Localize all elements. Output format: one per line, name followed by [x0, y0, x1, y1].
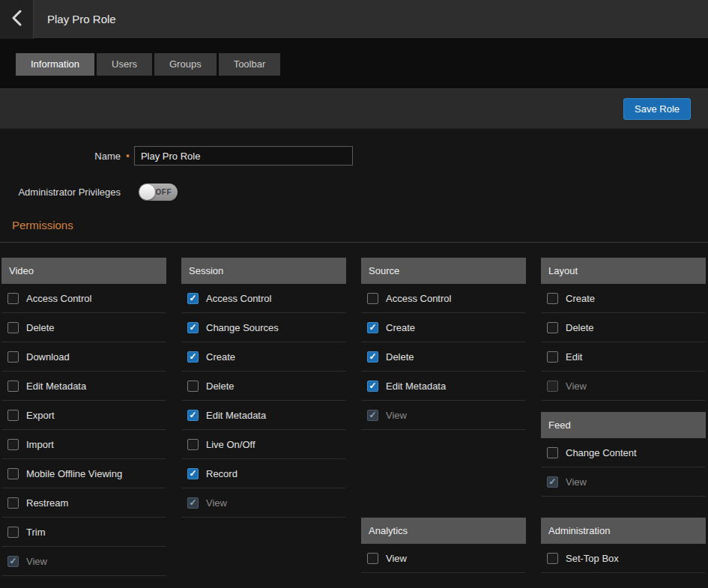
permission-label: Restream: [26, 497, 68, 509]
permission-row-session-live-on-off: Live On/Off: [181, 430, 346, 459]
permission-row-layout-view: View: [541, 372, 706, 401]
checkbox-edit-metadata[interactable]: [187, 410, 199, 421]
tab-toolbar[interactable]: Toolbar: [219, 53, 281, 76]
checkbox-access-control[interactable]: [187, 293, 199, 304]
permission-row-source-access-control: Access Control: [361, 284, 526, 313]
permission-label: Mobile Offline Viewing: [26, 468, 122, 479]
checkbox-view: [187, 497, 199, 509]
checkbox-view[interactable]: [367, 553, 378, 564]
permission-label: Access Control: [386, 293, 451, 304]
permission-label: View: [206, 497, 227, 509]
toggle-knob: [139, 184, 155, 200]
checkbox-set-top-box[interactable]: [547, 553, 558, 564]
permission-label: Download: [26, 351, 70, 363]
permission-group-header: Video: [1, 258, 166, 284]
checkbox-change-sources[interactable]: [187, 322, 199, 333]
permission-row-video-trim: Trim: [1, 518, 166, 547]
permission-group-header: Session: [181, 258, 346, 284]
permission-row-layout-edit: Edit: [541, 342, 706, 372]
role-form: Name • Administrator Privileges OFF: [0, 129, 708, 201]
permission-label: Record: [206, 468, 237, 479]
permission-row-analytics-view: View: [361, 544, 526, 573]
checkbox-export[interactable]: [7, 410, 19, 421]
permission-row-session-change-sources: Change Sources: [181, 313, 346, 342]
permission-label: Export: [26, 410, 55, 421]
back-chevron-icon: [12, 10, 22, 29]
checkbox-delete[interactable]: [187, 381, 199, 392]
checkbox-record[interactable]: [187, 468, 199, 479]
permission-label: View: [566, 381, 587, 392]
permission-row-feed-view: View: [541, 467, 706, 497]
permission-label: Access Control: [26, 293, 91, 304]
save-role-button[interactable]: Save Role: [623, 98, 691, 120]
checkbox-view: [7, 556, 19, 567]
checkbox-restream[interactable]: [7, 497, 19, 509]
checkbox-delete[interactable]: [547, 322, 558, 333]
permission-row-video-mobile-offline-viewing: Mobile Offline Viewing: [1, 459, 166, 488]
permission-label: Edit: [566, 351, 582, 363]
permission-group-feed: FeedChange ContentView: [541, 412, 706, 497]
checkbox-mobile-offline-viewing[interactable]: [7, 468, 19, 479]
permission-row-feed-change-content: Change Content: [541, 438, 706, 467]
tab-groups[interactable]: Groups: [154, 53, 217, 76]
tabs: InformationUsersGroupsToolbar: [16, 39, 708, 76]
permission-row-session-create: Create: [181, 342, 346, 372]
permissions-column: SourceAccess ControlCreateDeleteEdit Met…: [361, 258, 526, 581]
permission-label: Create: [206, 351, 235, 363]
permission-row-session-view: View: [181, 488, 346, 518]
checkbox-view: [547, 476, 558, 488]
permission-row-administration-set-top-box: Set-Top Box: [541, 544, 706, 573]
checkbox-delete[interactable]: [7, 322, 19, 333]
checkbox-import[interactable]: [7, 439, 19, 450]
checkbox-edit[interactable]: [547, 351, 558, 363]
permission-group-header: Analytics: [361, 518, 526, 544]
checkbox-trim[interactable]: [7, 527, 19, 538]
tab-users[interactable]: Users: [97, 53, 152, 76]
checkbox-create[interactable]: [367, 322, 378, 333]
permission-row-session-delete: Delete: [181, 372, 346, 401]
permission-label: Delete: [566, 322, 594, 333]
permission-row-source-view: View: [361, 401, 526, 430]
permission-group-analytics: AnalyticsView: [361, 518, 526, 573]
permission-row-video-access-control: Access Control: [1, 284, 166, 313]
name-label: Name: [0, 151, 121, 162]
toggle-state-label: OFF: [156, 188, 172, 196]
checkbox-delete[interactable]: [367, 351, 378, 363]
permission-row-video-download: Download: [1, 342, 166, 372]
checkbox-edit-metadata[interactable]: [367, 381, 378, 392]
permission-group-header: Administration: [541, 518, 706, 544]
permissions-columns: VideoAccess ControlDeleteDownloadEdit Me…: [0, 243, 708, 581]
permission-label: Edit Metadata: [26, 381, 86, 392]
permission-row-layout-delete: Delete: [541, 313, 706, 342]
checkbox-access-control[interactable]: [367, 293, 378, 304]
permissions-column: SessionAccess ControlChange SourcesCreat…: [181, 258, 346, 581]
permission-label: Set-Top Box: [566, 553, 619, 564]
checkbox-change-content[interactable]: [547, 447, 558, 458]
permission-label: Trim: [26, 527, 46, 538]
checkbox-view: [547, 381, 558, 392]
permission-label: Create: [566, 293, 595, 304]
permission-row-session-edit-metadata: Edit Metadata: [181, 401, 346, 430]
permissions-column: LayoutCreateDeleteEditViewFeedChange Con…: [541, 258, 706, 581]
checkbox-download[interactable]: [7, 351, 19, 363]
tab-information[interactable]: Information: [16, 53, 94, 76]
checkbox-access-control[interactable]: [7, 293, 19, 304]
checkbox-create[interactable]: [187, 351, 199, 363]
permission-label: Delete: [206, 381, 235, 392]
admin-privileges-toggle[interactable]: OFF: [139, 184, 178, 201]
permission-label: Import: [26, 439, 54, 450]
role-name-input[interactable]: [134, 146, 353, 166]
permission-label: View: [386, 410, 407, 421]
permission-label: View: [386, 553, 407, 564]
back-button[interactable]: [0, 0, 34, 39]
checkbox-live-on-off[interactable]: [187, 439, 199, 450]
permission-label: Delete: [386, 351, 414, 363]
permission-group-header: Feed: [541, 412, 706, 438]
checkbox-edit-metadata[interactable]: [7, 381, 19, 392]
permission-row-layout-create: Create: [541, 284, 706, 313]
permission-label: Edit Metadata: [386, 381, 446, 392]
admin-privileges-row: Administrator Privileges OFF: [0, 184, 708, 201]
name-row: Name •: [0, 146, 708, 166]
checkbox-create[interactable]: [547, 293, 558, 304]
permission-group-header: Source: [361, 258, 526, 284]
